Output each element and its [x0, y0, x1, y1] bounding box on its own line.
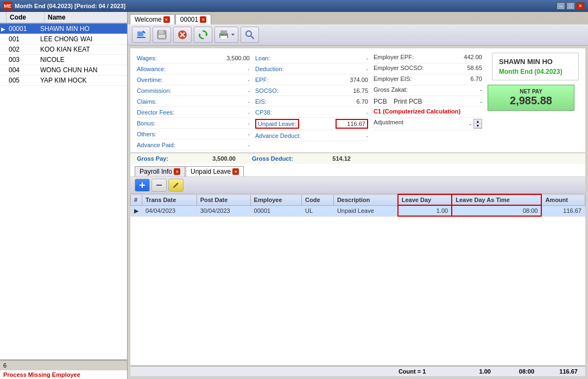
- adj-up-button[interactable]: ▲: [474, 119, 482, 124]
- unpaid-leave-tab-close[interactable]: ✕: [232, 168, 239, 175]
- title-bar-left: ME Month End (04.2023) [Period: 04 / 202…: [3, 2, 125, 10]
- search-button[interactable]: [241, 27, 259, 43]
- gross-row: Gross Pay: 3,500.00 Gross Deduct: 514.12: [130, 153, 585, 164]
- footer-leave-day: 1.00: [451, 368, 494, 375]
- title-bar-text: Month End (04.2023) [Period: 04 / 2023]: [15, 3, 125, 9]
- th-post-date: Post Date: [197, 194, 250, 205]
- footer-row: Count = 1 1.00 08:00 116.67: [130, 365, 585, 376]
- payroll-info-tab-close[interactable]: ✕: [174, 168, 180, 175]
- net-pay-value: 2,985.88: [495, 94, 567, 107]
- print-button[interactable]: [214, 27, 238, 43]
- list-item[interactable]: 005 YAP KIM HOCK: [0, 75, 127, 86]
- save-button[interactable]: [153, 27, 171, 43]
- tab-employee-close[interactable]: ✕: [200, 16, 206, 23]
- pencil-icon: [172, 181, 180, 189]
- th-trans-date: Trans Date: [142, 194, 197, 205]
- row-name: WONG CHUN HAN: [38, 65, 127, 75]
- socso-row: SOCSO: 16.75: [255, 85, 368, 96]
- grid-edit-button[interactable]: [168, 179, 184, 192]
- unpaid-leave-row: Unpaid Leave: 116.67: [255, 118, 368, 130]
- tab-unpaid-leave[interactable]: Unpaid Leave ✕: [186, 166, 244, 176]
- minimize-button[interactable]: ─: [557, 2, 565, 10]
- bottom-count: 6: [0, 360, 127, 370]
- svg-marker-15: [231, 34, 235, 36]
- sub-tab-bar: Payroll Info ✕ Unpaid Leave ✕: [130, 164, 585, 177]
- row-name: KOO KIAN KEAT: [38, 45, 127, 54]
- title-bar-controls: ─ □ ✕: [557, 2, 585, 10]
- app-icon: ME: [3, 2, 12, 10]
- table-row[interactable]: ▶ 04/04/2023 30/04/2023 00001 UL Unpaid …: [131, 205, 585, 216]
- row-arrow: ▶: [0, 26, 7, 32]
- th-leave-day-as-time: Leave Day As Time: [452, 194, 541, 205]
- gross-pay-area: Gross Pay: 3,500.00: [137, 155, 236, 162]
- svg-rect-1: [137, 31, 143, 36]
- tab-welcome-close[interactable]: ✕: [163, 16, 170, 23]
- others-row: Others: -: [137, 129, 250, 140]
- tab-welcome[interactable]: Welcome ✕: [130, 14, 175, 24]
- row-code: 003: [7, 55, 38, 65]
- svg-rect-4: [159, 30, 163, 34]
- net-pay-box: NET PAY 2,985.88: [488, 85, 574, 111]
- list-item[interactable]: 001 LEE CHONG WAI: [0, 34, 127, 45]
- cancel-icon: [177, 29, 188, 40]
- table-body: ▶ 04/04/2023 30/04/2023 00001 UL Unpaid …: [131, 205, 585, 216]
- adjustment-spinner: - ▲ ▼: [444, 119, 482, 129]
- advance-deduct-row: Advance Deduct: -: [255, 130, 368, 141]
- employer-socso-row: Employer SOCSO: 58.65: [374, 64, 482, 74]
- cell-arrow: ▶: [131, 205, 142, 216]
- svg-rect-14: [222, 34, 223, 35]
- th-employee: Employee: [250, 194, 301, 205]
- close-button[interactable]: ✕: [576, 2, 585, 10]
- maximize-button[interactable]: □: [566, 2, 575, 10]
- edit-icon: [136, 29, 147, 40]
- payroll-left-col: Wages: 3,500.00 Allowance: - Overtime: -…: [137, 53, 250, 150]
- svg-rect-5: [159, 35, 165, 38]
- row-name: YAP KIM HOCK: [38, 75, 127, 85]
- remove-button[interactable]: [151, 179, 167, 192]
- employee-name: SHAWN MIN HO: [499, 58, 572, 66]
- list-item[interactable]: 002 KOO KIAN KEAT: [0, 45, 127, 55]
- footer-amount: 116.67: [538, 368, 581, 375]
- cell-leave-time: 08:00: [452, 205, 541, 216]
- row-name: NICOLE: [38, 55, 127, 65]
- th-code: Code: [302, 194, 334, 205]
- adj-down-button[interactable]: ▼: [474, 124, 482, 128]
- tab-employee[interactable]: 00001 ✕: [175, 14, 211, 24]
- cancel-button[interactable]: [173, 27, 192, 43]
- svg-rect-12: [220, 30, 227, 34]
- advance-paid-row: Advance Paid: -: [137, 140, 250, 150]
- overtime-row: Overtime: -: [137, 74, 250, 85]
- refresh-icon: [198, 29, 208, 40]
- refresh-button[interactable]: [194, 27, 212, 43]
- save-icon: [156, 29, 167, 40]
- director-fees-row: Director Fees: -: [137, 107, 250, 118]
- row-name: SHAWN MIN HO: [38, 24, 127, 34]
- svg-rect-13: [220, 36, 227, 39]
- net-pay-label: NET PAY: [495, 89, 567, 94]
- right-panel: Welcome ✕ 00001 ✕: [128, 12, 588, 379]
- add-button[interactable]: [135, 179, 150, 192]
- process-missing-label[interactable]: Process Missing Employee: [0, 370, 127, 379]
- content-area: Wages: 3,500.00 Allowance: - Overtime: -…: [130, 48, 586, 377]
- main-container: Code Name ▶ 00001 SHAWN MIN HO 001 LEE C…: [0, 12, 588, 379]
- row-code: 002: [7, 45, 38, 54]
- employer-eis-row: Employer EIS: 6.70: [374, 74, 482, 85]
- row-name: LEE CHONG WAI: [38, 34, 127, 44]
- table-header: # Trans Date Post Date Employee Code Des…: [131, 194, 585, 205]
- loan-row: Loan: -: [255, 53, 368, 64]
- employee-list: ▶ 00001 SHAWN MIN HO 001 LEE CHONG WAI 0…: [0, 24, 127, 359]
- commission-row: Commission: -: [137, 85, 250, 96]
- footer-count: Count = 1: [374, 368, 451, 375]
- th-hash: #: [131, 194, 142, 205]
- list-item[interactable]: ▶ 00001 SHAWN MIN HO: [0, 24, 127, 34]
- footer-leave-time: 08:00: [494, 368, 538, 375]
- title-bar: ME Month End (04.2023) [Period: 04 / 202…: [0, 0, 588, 12]
- list-item[interactable]: 004 WONG CHUN HAN: [0, 65, 127, 75]
- list-item[interactable]: 003 NICOLE: [0, 55, 127, 65]
- search-icon: [244, 29, 255, 40]
- th-description: Description: [333, 194, 397, 205]
- edit-button[interactable]: [132, 27, 150, 43]
- svg-line-17: [251, 36, 254, 39]
- tab-payroll-info[interactable]: Payroll Info ✕: [135, 166, 185, 176]
- svg-rect-0: [137, 37, 146, 38]
